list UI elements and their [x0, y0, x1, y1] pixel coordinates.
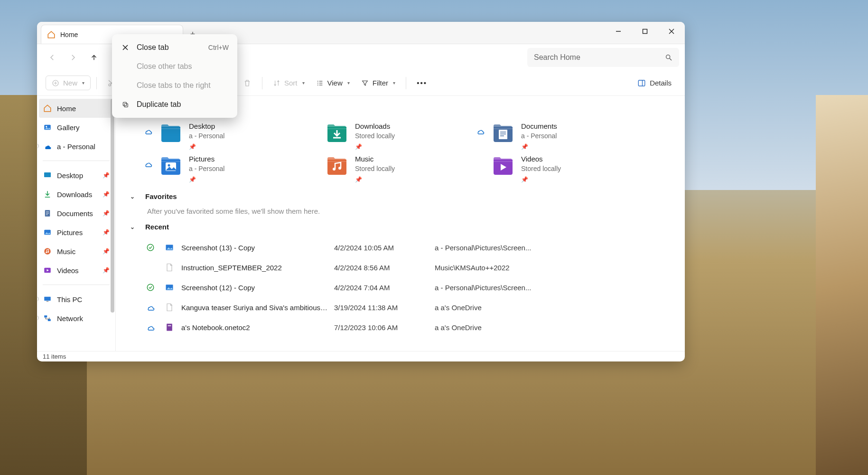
svg-rect-32	[168, 325, 171, 326]
sidebar-item-thispc[interactable]: 〉This PC	[37, 290, 115, 309]
view-button[interactable]: View▾	[311, 76, 355, 90]
close-button[interactable]	[658, 22, 685, 41]
search-input[interactable]: Search Home	[527, 48, 679, 67]
sidebar-item-desktop[interactable]: Desktop📌	[37, 166, 115, 185]
recent-file[interactable]: Kanguva teaser Suriya and Siva's ambitio…	[130, 297, 675, 317]
file-date: 7/12/2023 10:06 AM	[334, 323, 429, 332]
up-button[interactable]	[84, 48, 103, 67]
file-icon	[163, 263, 176, 272]
quick-access-desktop[interactable]: Desktop a - Personal 📌	[143, 122, 300, 150]
sort-icon	[273, 79, 280, 87]
chevron-right-icon[interactable]: 〉	[37, 296, 43, 303]
desktop-icon	[43, 171, 52, 180]
chevron-right-icon[interactable]: 〉	[37, 315, 43, 322]
cloud-icon	[143, 160, 153, 168]
sidebar-item-home[interactable]: Home	[39, 99, 113, 118]
network-icon	[43, 314, 52, 323]
back-button[interactable]	[43, 48, 62, 67]
ctx-shortcut: Ctrl+W	[208, 44, 229, 51]
file-name: Screenshot (13) - Copy	[181, 244, 328, 252]
file-path: a a's OneDrive	[435, 304, 675, 312]
svg-point-15	[46, 252, 47, 253]
filter-button[interactable]: Filter▾	[356, 76, 400, 90]
sidebar-item-videos[interactable]: Videos📌	[37, 261, 115, 280]
folder-icon	[159, 155, 182, 178]
sidebar-item-downloads[interactable]: Downloads📌	[37, 185, 115, 204]
svg-point-16	[47, 251, 49, 253]
svg-rect-21	[48, 319, 51, 322]
qa-name: Downloads	[355, 122, 395, 130]
svg-line-3	[670, 58, 672, 60]
statusbar: 11 items	[37, 351, 685, 361]
qa-location: a - Personal	[189, 165, 224, 172]
svg-point-24	[168, 164, 170, 167]
sidebar-item-network[interactable]: 〉Network	[37, 309, 115, 328]
sidebar-item-gallery[interactable]: Gallery	[37, 118, 115, 137]
qa-location: Stored locally	[355, 132, 395, 140]
svg-rect-7	[638, 80, 645, 86]
minimize-button[interactable]	[605, 22, 632, 41]
file-name: a's Notebook.onetoc2	[181, 323, 328, 332]
quick-access-pictures[interactable]: Pictures a - Personal 📌	[143, 155, 300, 183]
svg-point-14	[44, 248, 51, 255]
svg-point-29	[147, 284, 154, 291]
pin-icon: 📌	[521, 176, 561, 183]
folder-icon	[492, 155, 514, 178]
sidebar-item-documents[interactable]: Documents📌	[37, 204, 115, 223]
file-name: Kanguva teaser Suriya and Siva's ambitio…	[181, 304, 328, 312]
qa-location: a - Personal	[521, 132, 557, 140]
qa-name: Documents	[521, 122, 557, 130]
file-path: a - Personal\Pictures\Screen...	[435, 244, 675, 252]
new-button[interactable]: New▾	[46, 76, 91, 90]
tab-context-menu: Close tab Ctrl+W Close other tabs Close …	[112, 34, 237, 118]
ctx-close-tabs-right[interactable]: Close tabs to the right	[115, 76, 234, 95]
sidebar-item-pictures[interactable]: Pictures📌	[37, 223, 115, 242]
quick-access-videos[interactable]: Videos Stored locally 📌	[476, 155, 632, 183]
sidebar-scrollbar[interactable]	[109, 99, 115, 348]
ctx-close-other-tabs[interactable]: Close other tabs	[115, 57, 234, 76]
chevron-down-icon: ⌄	[130, 193, 137, 200]
svg-rect-33	[123, 102, 126, 105]
music-icon	[43, 247, 52, 256]
file-name: Screenshot (12) - Copy	[181, 284, 328, 292]
svg-point-26	[338, 167, 341, 170]
sync-status-icon	[143, 323, 158, 332]
sort-button[interactable]: Sort▾	[268, 76, 309, 90]
sidebar-item-music[interactable]: Music📌	[37, 242, 115, 261]
download-icon	[43, 190, 52, 199]
quick-access-music[interactable]: Music Stored locally 📌	[309, 155, 466, 183]
svg-point-27	[147, 244, 154, 251]
delete-button[interactable]	[238, 76, 256, 90]
file-icon	[163, 303, 176, 312]
file-date: 3/19/2024 11:38 AM	[334, 304, 429, 312]
gallery-icon	[43, 123, 52, 132]
maximize-button[interactable]	[632, 22, 658, 41]
recent-file[interactable]: Screenshot (12) - Copy 4/2/2024 7:04 AM …	[130, 277, 675, 297]
folder-icon	[492, 122, 514, 145]
forward-button[interactable]	[64, 48, 83, 67]
status-item-count: 11 items	[43, 353, 66, 360]
more-icon: •••	[417, 79, 427, 87]
ctx-duplicate-tab[interactable]: Duplicate tab	[115, 95, 234, 114]
file-icon	[163, 283, 176, 292]
pin-icon: 📌	[189, 176, 224, 183]
ctx-close-tab[interactable]: Close tab Ctrl+W	[115, 38, 234, 57]
recent-file[interactable]: Screenshot (13) - Copy 4/2/2024 10:05 AM…	[130, 238, 675, 257]
section-favorites[interactable]: ⌄Favorites	[130, 192, 675, 200]
chevron-right-icon[interactable]: 〉	[37, 143, 43, 150]
sidebar-item-personal[interactable]: 〉 a - Personal	[37, 137, 115, 156]
recent-file[interactable]: a's Notebook.onetoc2 7/12/2023 10:06 AM …	[130, 317, 675, 337]
qa-name: Desktop	[189, 122, 224, 130]
onedrive-icon	[43, 142, 52, 151]
recent-file[interactable]: Instruction_SEPTEMBER_2022 4/2/2024 8:56…	[130, 257, 675, 277]
section-recent[interactable]: ⌄Recent	[130, 223, 675, 231]
close-icon	[121, 44, 130, 51]
documents-icon	[43, 209, 52, 218]
details-pane-button[interactable]: Details	[633, 76, 676, 90]
quick-access-documents[interactable]: Documents a - Personal 📌	[476, 122, 632, 150]
file-name: Instruction_SEPTEMBER_2022	[181, 264, 328, 272]
quick-access-downloads[interactable]: Downloads Stored locally 📌	[309, 122, 466, 150]
cloud-icon	[476, 127, 485, 135]
svg-point-25	[333, 168, 336, 171]
more-button[interactable]: •••	[412, 76, 432, 90]
